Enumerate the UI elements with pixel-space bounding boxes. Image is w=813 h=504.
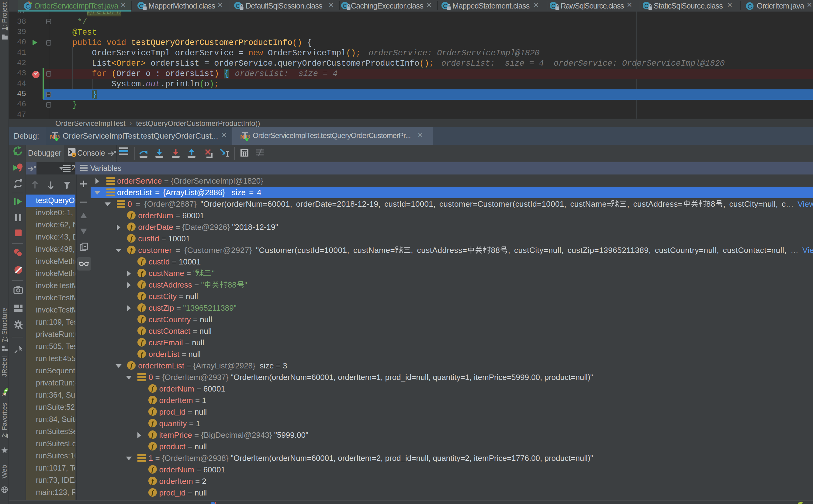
- svg-text:N: N: [240, 133, 244, 140]
- svg-text:C: C: [443, 3, 447, 9]
- svg-text:C: C: [747, 3, 752, 9]
- svg-text:N: N: [50, 133, 54, 140]
- svg-text:C: C: [236, 3, 240, 9]
- svg-text:JR: JR: [2, 392, 6, 396]
- svg-text:C: C: [26, 3, 30, 10]
- svg-text:C: C: [342, 3, 347, 9]
- svg-text:C: C: [644, 3, 649, 9]
- svg-text:C: C: [139, 3, 143, 9]
- svg-text:C: C: [551, 3, 555, 9]
